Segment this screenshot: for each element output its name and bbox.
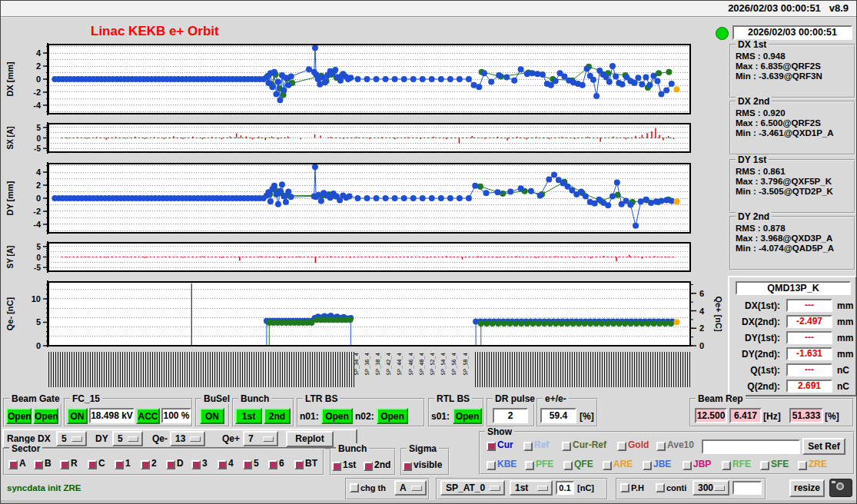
dr-pulse-field[interactable]: 2 bbox=[493, 408, 528, 423]
svg-text:DY [mm]: DY [mm] bbox=[5, 181, 15, 215]
bpm-label: SP_54_4 bbox=[440, 353, 447, 376]
svg-text:0: 0 bbox=[36, 194, 41, 203]
stat-line: Max : 6.835@QRF2S bbox=[736, 61, 854, 71]
ref-name-input[interactable] bbox=[702, 439, 800, 454]
bunch-checkbox-2nd[interactable] bbox=[364, 462, 373, 471]
range-qem-dropdown[interactable]: 13 bbox=[170, 431, 205, 446]
sector-checkbox-label: 2 bbox=[151, 458, 157, 469]
replot-button[interactable]: Replot bbox=[286, 431, 334, 447]
sigma-label: Sigma bbox=[407, 443, 439, 454]
show-label: Show bbox=[485, 426, 514, 437]
range-dy-label: DY bbox=[95, 433, 108, 444]
sector-checkbox-c[interactable] bbox=[88, 460, 97, 469]
rtl-s01-open-button[interactable]: Open bbox=[453, 408, 482, 424]
bpm-label-texture bbox=[48, 352, 267, 387]
show-checkbox-label: JBP bbox=[693, 459, 711, 469]
bunch-2nd-button[interactable]: 2nd bbox=[264, 408, 291, 424]
sector-checkbox-label: 3 bbox=[202, 458, 208, 469]
show-checkbox-cur-ref[interactable] bbox=[562, 442, 571, 451]
busel-label: BuSel bbox=[201, 393, 232, 404]
stat-line: Min : -3.505@QTD2P_K bbox=[736, 187, 854, 196]
svg-text:-5: -5 bbox=[34, 264, 41, 272]
busel-on-button[interactable]: ON bbox=[200, 408, 224, 424]
range-qep-dropdown[interactable]: 7 bbox=[243, 431, 278, 446]
sector-checkbox-label: B bbox=[45, 458, 51, 469]
svg-text:DX [mm]: DX [mm] bbox=[5, 61, 15, 97]
show-checkbox-kbe[interactable] bbox=[487, 461, 496, 470]
sigma-checkbox-label: visible bbox=[414, 459, 442, 470]
show-checkbox-jbp[interactable] bbox=[683, 461, 692, 470]
beam-gate-open-1-button[interactable]: Open bbox=[6, 408, 32, 424]
show-checkbox-label: QFE bbox=[574, 459, 593, 469]
titlebar-datetime: 2026/02/03 00:00:51 bbox=[728, 2, 821, 14]
fc15-kv-field[interactable]: 18.498 kV bbox=[89, 408, 135, 423]
ltr-bs-label: LTR BS bbox=[303, 393, 340, 404]
page-title: Linac KEKB e+ Orbit bbox=[91, 24, 219, 39]
sector-checkbox-4[interactable] bbox=[218, 460, 227, 469]
svg-text:-2: -2 bbox=[33, 88, 41, 97]
pulse-count-dropdown[interactable]: 300 bbox=[693, 480, 729, 496]
sector-checkbox-6[interactable] bbox=[268, 460, 277, 469]
dropdown-indicator-icon bbox=[490, 486, 500, 491]
sector-checkbox-bt[interactable] bbox=[294, 460, 304, 469]
fc15-duty-field[interactable]: 100 % bbox=[161, 408, 191, 423]
beam-gate-open-2-button[interactable]: Open bbox=[33, 408, 58, 424]
sp-monitor-dropdown[interactable]: SP_AT_0 bbox=[440, 480, 505, 496]
ltr-n01-open-button[interactable]: Open bbox=[321, 408, 353, 424]
eratio-label: e+/e- bbox=[543, 393, 569, 404]
status-message: syncdata init ZRE bbox=[7, 483, 81, 492]
range-dx-dropdown[interactable]: 5 bbox=[56, 431, 87, 446]
resize-button[interactable]: resize bbox=[789, 479, 825, 497]
show-checkbox-jbe[interactable] bbox=[643, 461, 652, 470]
set-ref-button[interactable]: Set Ref bbox=[802, 438, 845, 455]
show-checkbox-ref[interactable] bbox=[523, 442, 533, 451]
monitor-row-value: --- bbox=[786, 299, 832, 312]
chg-th-sector-dropdown[interactable]: A bbox=[394, 480, 427, 496]
screenshot-camera-button[interactable] bbox=[829, 479, 852, 497]
monitor-row-value: 2.691 bbox=[786, 380, 832, 393]
sector-checkbox-5[interactable] bbox=[243, 460, 252, 469]
status-checkbox-conti[interactable] bbox=[656, 483, 665, 492]
status-checkbox-p.h[interactable] bbox=[620, 483, 629, 492]
show-checkbox-gold[interactable] bbox=[617, 442, 626, 451]
sector-checkbox-r[interactable] bbox=[60, 460, 69, 469]
svg-text:2: 2 bbox=[36, 61, 41, 71]
range-dy-dropdown[interactable]: 5 bbox=[112, 431, 143, 446]
show-checkbox-cur[interactable] bbox=[487, 442, 496, 451]
eratio-field[interactable]: 59.4 bbox=[540, 408, 576, 423]
svg-text:2: 2 bbox=[36, 181, 41, 190]
show-checkbox-sfe[interactable] bbox=[760, 461, 769, 470]
sector-checkbox-1[interactable] bbox=[115, 460, 124, 469]
threshold-unit-label: [nC] bbox=[577, 483, 594, 492]
blank-field[interactable] bbox=[732, 481, 762, 495]
show-checkbox-ave10[interactable] bbox=[656, 442, 666, 451]
beam-rep-pct-label: [%] bbox=[825, 411, 839, 422]
sector-checkbox-a[interactable] bbox=[8, 460, 18, 469]
show-checkbox-label: JBE bbox=[653, 459, 671, 469]
show-checkbox-qfe[interactable] bbox=[563, 461, 573, 470]
bunch-mode-dropdown[interactable]: 1st bbox=[510, 480, 553, 496]
sector-checkbox-3[interactable] bbox=[191, 460, 201, 469]
threshold-field[interactable] bbox=[556, 481, 574, 495]
show-checkbox-are[interactable] bbox=[603, 461, 612, 470]
sigma-checkbox-visible[interactable] bbox=[403, 462, 412, 471]
sector-checkbox-b[interactable] bbox=[34, 460, 43, 469]
monitor-row-unit: nC bbox=[837, 381, 849, 392]
beam-rep-value-1: 12.500 bbox=[695, 408, 727, 423]
fc15-on-button[interactable]: ON bbox=[67, 408, 88, 424]
show-checkbox-rfe[interactable] bbox=[722, 461, 731, 470]
ltr-n02-open-button[interactable]: Open bbox=[377, 408, 408, 424]
bunch-checkbox-1st[interactable] bbox=[332, 462, 341, 471]
show-checkbox-pfe[interactable] bbox=[525, 461, 534, 470]
ph-label: P.H bbox=[631, 483, 644, 492]
monitor-row-unit: mm bbox=[837, 317, 853, 327]
show-checkbox-zre[interactable] bbox=[798, 461, 807, 470]
bunch-1st-button[interactable]: 1st bbox=[235, 408, 262, 424]
fc15-acc-button[interactable]: ACC bbox=[136, 408, 160, 424]
sector-checkbox-d[interactable] bbox=[166, 460, 175, 469]
plot-dx: 420-2-4DX [mm] bbox=[1, 41, 723, 120]
status-checkbox-chg th[interactable] bbox=[350, 483, 359, 492]
sector-checkbox-2[interactable] bbox=[141, 460, 150, 469]
svg-text:10: 10 bbox=[32, 294, 41, 303]
monitor-row-value: --- bbox=[786, 363, 832, 376]
